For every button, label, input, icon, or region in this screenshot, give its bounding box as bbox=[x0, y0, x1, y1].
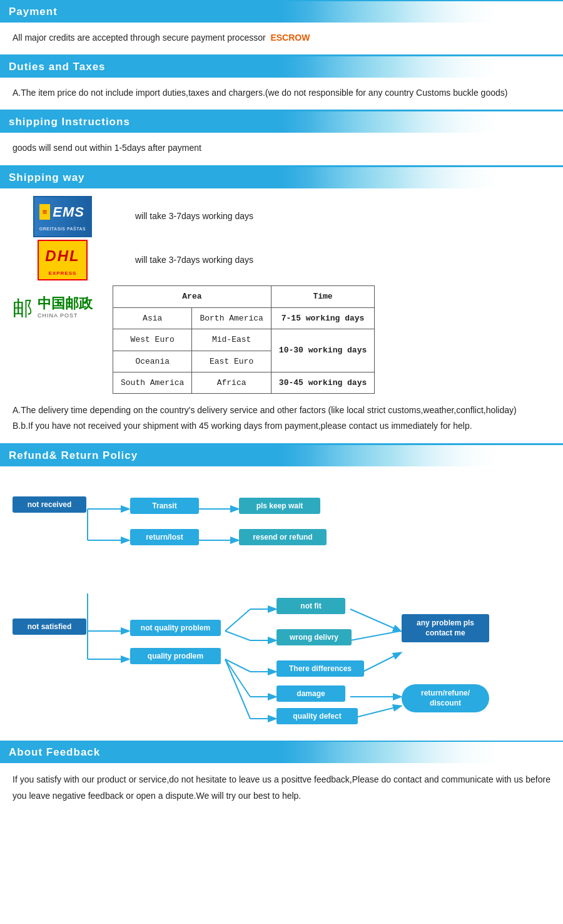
any-problem-box: any problem plscontact me bbox=[402, 614, 489, 643]
quality-prodlem-box: quality prodlem bbox=[130, 648, 221, 664]
dhl-express-label: EXPRESS bbox=[49, 269, 77, 278]
svg-line-10 bbox=[225, 631, 250, 640]
refund-content: not received Transit return/lost pls kee… bbox=[0, 466, 563, 741]
shipping-instructions-content: goods will send out within 1-5days after… bbox=[0, 133, 563, 165]
escrow-label: ESCROW bbox=[270, 33, 310, 43]
quality-defect-box: quality defect bbox=[276, 708, 358, 724]
svg-line-9 bbox=[225, 609, 250, 631]
table-row: West Euro Mid-East 10-30 working days bbox=[113, 329, 375, 351]
chinapost-chars: 中国邮政 bbox=[38, 297, 93, 311]
duties-header-bar: Duties and Taxes bbox=[0, 55, 563, 78]
shipping-note-a: A.The delivery time depending on the cou… bbox=[13, 403, 550, 418]
feedback-text: If you satisfy with our product or servi… bbox=[13, 774, 550, 801]
feedback-header-bar: About Feedback bbox=[0, 741, 563, 763]
payment-text: All major credits are accepted through s… bbox=[13, 33, 266, 43]
area-mid-east: Mid-East bbox=[192, 329, 271, 351]
return-lost-box: return/lost bbox=[130, 529, 199, 545]
feedback-content: If you satisfy with our product or servi… bbox=[0, 763, 563, 817]
table-row: Asia Borth America 7-15 working days bbox=[113, 307, 375, 329]
duties-content: A.The item price do not include import d… bbox=[0, 78, 563, 110]
payment-section: Payment All major credits are accepted t… bbox=[0, 0, 563, 55]
chinapost-row: 邮 中国邮政 CHINA POST Area Time Asia bbox=[13, 285, 550, 394]
svg-line-21 bbox=[363, 653, 400, 672]
ems-row: ≡ EMS GREITASIS PAŠTAS will take 3-7days… bbox=[13, 196, 550, 237]
shipping-way-section: Shipping way ≡ EMS GREITASIS PAŠTAS will… bbox=[0, 166, 563, 444]
dhl-logo-box: DHL EXPRESS bbox=[13, 240, 113, 281]
ems-subtitle: GREITASIS PAŠTAS bbox=[39, 225, 86, 234]
transit-box: Transit bbox=[130, 498, 199, 514]
shipping-instructions-section: shipping Instructions goods will send ou… bbox=[0, 110, 563, 165]
duties-section: Duties and Taxes A.The item price do not… bbox=[0, 55, 563, 110]
not-quality-problem-box: not quality problem bbox=[130, 620, 221, 636]
area-africa: Africa bbox=[192, 372, 271, 393]
shipping-notes: A.The delivery time depending on the cou… bbox=[13, 403, 550, 434]
svg-line-19 bbox=[350, 609, 400, 631]
svg-line-17 bbox=[225, 659, 250, 719]
shipping-instructions-text: goods will send out within 1-5days after… bbox=[13, 143, 201, 153]
table-row: South America Africa 30-45 working days bbox=[113, 372, 375, 393]
chinapost-icon: 邮 bbox=[13, 290, 33, 327]
wrong-delivry-box: wrong delivry bbox=[276, 629, 352, 645]
svg-line-20 bbox=[350, 631, 400, 640]
chinapost-sub: CHINA POST bbox=[38, 311, 93, 321]
payment-content: All major credits are accepted through s… bbox=[0, 23, 563, 55]
damage-box: damage bbox=[276, 685, 345, 702]
duties-text: A.The item price do not include import d… bbox=[13, 88, 507, 98]
dhl-description: will take 3-7days working days bbox=[135, 252, 253, 268]
time-7-15: 7-15 working days bbox=[271, 307, 374, 329]
duties-title: Duties and Taxes bbox=[9, 61, 106, 73]
refund-section: Refund& Return Policy bbox=[0, 444, 563, 741]
table-header-time: Time bbox=[271, 286, 374, 307]
refund-title: Refund& Return Policy bbox=[9, 449, 138, 462]
not-satisfied-box: not satisfied bbox=[13, 619, 86, 635]
feedback-section: About Feedback If you satisfy with our p… bbox=[0, 741, 563, 817]
return-refune-box: return/refune/discount bbox=[402, 684, 489, 713]
not-fit-box: not fit bbox=[276, 598, 345, 614]
resend-refund-box: resend or refund bbox=[239, 529, 327, 545]
payment-title: Payment bbox=[9, 6, 58, 18]
shipping-way-header-bar: Shipping way bbox=[0, 166, 563, 188]
ems-logo-box: ≡ EMS GREITASIS PAŠTAS bbox=[13, 196, 113, 237]
time-30-45: 30-45 working days bbox=[271, 372, 374, 393]
shipping-way-content: ≡ EMS GREITASIS PAŠTAS will take 3-7days… bbox=[0, 188, 563, 444]
ems-description: will take 3-7days working days bbox=[135, 208, 253, 224]
dhl-logo: DHL EXPRESS bbox=[38, 240, 87, 281]
diagram-area: not received Transit return/lost pls kee… bbox=[13, 484, 550, 728]
dhl-row: DHL EXPRESS will take 3-7days working da… bbox=[13, 240, 550, 281]
area-borth-america: Borth America bbox=[192, 307, 271, 329]
table-header-area: Area bbox=[113, 286, 271, 307]
payment-header-bar: Payment bbox=[0, 0, 563, 23]
chinapost-logo: 邮 中国邮政 CHINA POST bbox=[13, 285, 100, 327]
area-west-euro: West Euro bbox=[113, 329, 192, 351]
shipping-instructions-title: shipping Instructions bbox=[9, 116, 130, 128]
feedback-title: About Feedback bbox=[9, 746, 100, 759]
there-differences-box: There differences bbox=[276, 660, 364, 677]
pls-keep-wait-box: pls keep wait bbox=[239, 498, 320, 514]
shipping-way-title: Shipping way bbox=[9, 172, 85, 184]
shipping-note-b: B.b.If you have not received your shipme… bbox=[13, 418, 550, 434]
refund-header-bar: Refund& Return Policy bbox=[0, 444, 563, 466]
area-east-euro: East Euro bbox=[192, 351, 271, 372]
shipping-time-table: Area Time Asia Borth America 7-15 workin… bbox=[113, 285, 375, 394]
area-oceania: Oceania bbox=[113, 351, 192, 372]
ems-logo: ≡ EMS GREITASIS PAŠTAS bbox=[33, 196, 93, 237]
area-asia: Asia bbox=[113, 307, 192, 329]
time-10-30: 10-30 working days bbox=[271, 329, 374, 372]
svg-line-23 bbox=[350, 706, 400, 719]
area-south-america: South America bbox=[113, 372, 192, 393]
shipping-instructions-header-bar: shipping Instructions bbox=[0, 110, 563, 133]
not-received-box: not received bbox=[13, 496, 86, 513]
